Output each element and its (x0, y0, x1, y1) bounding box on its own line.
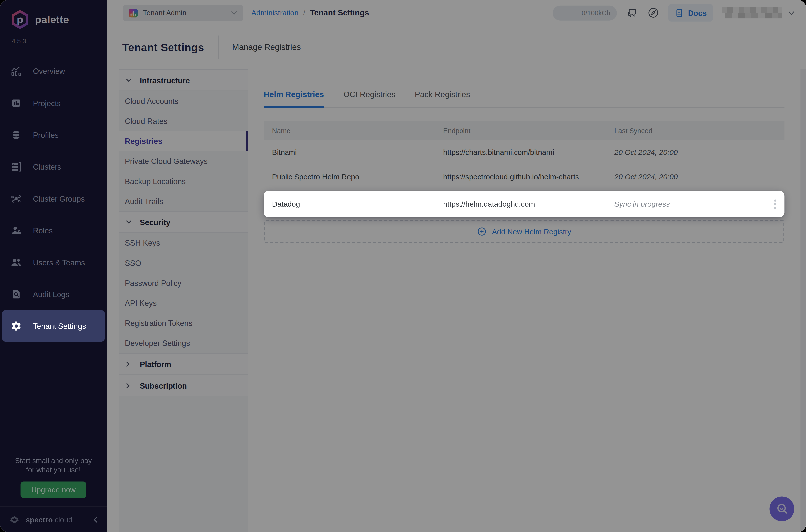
audit-logs-icon (10, 288, 21, 300)
registry-sync-status: Sync in progress (614, 200, 766, 208)
settings-item-backup-locations[interactable]: Backup Locations (119, 171, 248, 191)
sidebar-item-audit-logs[interactable]: Audit Logs (2, 278, 105, 310)
svg-text:p: p (17, 14, 23, 25)
compass-icon[interactable] (648, 7, 660, 19)
sidebar-item-label: Audit Logs (33, 290, 69, 298)
search-beacon-button[interactable] (769, 496, 794, 521)
scrollbar-track[interactable] (800, 70, 806, 532)
registry-last-synced: 20 Oct 2024, 20:00 (614, 148, 766, 156)
sidebar-item-label: Roles (33, 226, 53, 235)
section-security[interactable]: Security (119, 211, 248, 233)
settings-item-cloud-accounts[interactable]: Cloud Accounts (119, 91, 248, 111)
breadcrumb-administration-link[interactable]: Administration (251, 9, 299, 17)
overview-icon (10, 65, 21, 76)
settings-item-password-policy[interactable]: Password Policy (119, 273, 248, 293)
sidebar-item-users-teams[interactable]: Users & Teams (2, 246, 105, 278)
column-header-last-synced: Last Synced (614, 127, 766, 134)
table-row-bitnami[interactable]: Bitnami https://charts.bitnami.com/bitna… (264, 140, 784, 165)
projects-icon (10, 97, 21, 108)
registry-name: Public Spectro Helm Repo (272, 172, 443, 180)
upgrade-text-line1: Start small and only pay (0, 456, 107, 465)
registry-endpoint: https://charts.bitnami.com/bitnami (443, 148, 614, 156)
clusters-icon (10, 161, 21, 172)
topbar-actions: 0/100kCh Docs (553, 4, 795, 22)
tenant-scope-icon (129, 8, 138, 17)
helm-registries-table: Name Endpoint Last Synced Bitnami https:… (264, 121, 784, 243)
settings-item-audit-trails[interactable]: Audit Trails (119, 191, 248, 211)
page-header: Tenant Settings Manage Registries (107, 26, 806, 70)
sidebar-item-profiles[interactable]: Profiles (2, 119, 105, 151)
tab-pack-registries[interactable]: Pack Registries (415, 90, 470, 107)
docs-label: Docs (688, 8, 707, 17)
chat-icon[interactable] (626, 6, 639, 19)
spectro-cloud-logo-icon (8, 513, 21, 526)
sidebar-item-label: Overview (33, 67, 65, 75)
content: Infrastructure Cloud Accounts Cloud Rate… (107, 70, 806, 532)
sidebar-item-label: Users & Teams (33, 258, 85, 266)
topbar: Tenant Admin Administration / Tenant Set… (107, 0, 806, 26)
palette-logo-icon: p (10, 10, 30, 29)
sidebar-nav: Overview Projects Profiles Clusters (0, 55, 107, 342)
column-header-name: Name (272, 127, 443, 134)
table-row-public-spectro-helm-repo[interactable]: Public Spectro Helm Repo https://spectro… (264, 165, 784, 189)
kebab-menu-icon[interactable] (766, 197, 784, 211)
tenant-settings-gear-icon (10, 320, 21, 331)
title-divider (218, 36, 219, 59)
chevron-down-icon (231, 11, 238, 15)
chevron-down-icon (126, 78, 132, 82)
registry-tabs: Helm Registries OCI Registries Pack Regi… (264, 90, 784, 108)
settings-item-registries[interactable]: Registries (119, 131, 248, 151)
chevron-right-icon (126, 383, 132, 388)
add-new-helm-registry-button[interactable]: Add New Helm Registry (264, 220, 784, 243)
settings-item-developer-settings[interactable]: Developer Settings (119, 333, 248, 353)
version-label: 4.5.3 (12, 38, 107, 45)
section-infrastructure[interactable]: Infrastructure (119, 70, 248, 91)
breadcrumb-current: Tenant Settings (310, 8, 369, 17)
sidebar-item-label: Clusters (33, 162, 61, 171)
tab-oci-registries[interactable]: OCI Registries (343, 90, 395, 107)
sidebar-item-tenant-settings[interactable]: Tenant Settings (2, 310, 105, 342)
settings-item-sso[interactable]: SSO (119, 253, 248, 273)
upgrade-text-line2: for what you use! (0, 465, 107, 474)
settings-item-ssh-keys[interactable]: SSH Keys (119, 233, 248, 253)
sidebar-item-clusters[interactable]: Clusters (2, 151, 105, 183)
table-header-row: Name Endpoint Last Synced (264, 121, 784, 140)
column-header-endpoint: Endpoint (443, 127, 614, 134)
docs-button[interactable]: Docs (668, 4, 713, 22)
roles-icon (10, 225, 21, 236)
project-scope-label: Tenant Admin (143, 9, 186, 17)
usage-quota-badge: 0/100kCh (553, 5, 617, 20)
user-menu-chevron-icon[interactable] (788, 11, 795, 15)
project-scope-selector[interactable]: Tenant Admin (124, 5, 243, 21)
chevron-down-icon (126, 220, 132, 224)
section-platform[interactable]: Platform (119, 353, 248, 375)
user-name-redacted[interactable] (721, 7, 782, 18)
sidebar-footer: spectrocloud (0, 506, 107, 532)
page-title: Tenant Settings (122, 41, 204, 54)
registry-last-synced: 20 Oct 2024, 20:00 (614, 172, 766, 180)
sidebar-item-cluster-groups[interactable]: Cluster Groups (2, 183, 105, 214)
page-subtitle: Manage Registries (232, 42, 301, 52)
settings-item-private-cloud-gateways[interactable]: Private Cloud Gateways (119, 151, 248, 171)
registry-endpoint: https://helm.datadoghq.com (443, 200, 614, 208)
sidebar-item-label: Cluster Groups (33, 194, 85, 203)
tab-helm-registries[interactable]: Helm Registries (264, 90, 324, 107)
users-teams-icon (10, 256, 21, 268)
chevron-right-icon (126, 361, 132, 367)
spectro-cloud-wordmark: spectrocloud (26, 515, 72, 524)
sidebar-item-label: Profiles (33, 130, 58, 139)
sidebar-item-projects[interactable]: Projects (2, 87, 105, 119)
sidebar-item-roles[interactable]: Roles (2, 214, 105, 246)
upgrade-now-button[interactable]: Upgrade now (20, 482, 87, 498)
plus-circle-icon (477, 227, 487, 236)
brand: p palette (10, 9, 107, 30)
sidebar-item-overview[interactable]: Overview (2, 55, 105, 87)
settings-item-cloud-rates[interactable]: Cloud Rates (119, 111, 248, 131)
collapse-sidebar-chevron-icon[interactable] (93, 516, 99, 523)
settings-item-api-keys[interactable]: API Keys (119, 293, 248, 313)
settings-item-registration-tokens[interactable]: Registration Tokens (119, 313, 248, 333)
breadcrumb-separator: / (303, 9, 305, 17)
section-subscription[interactable]: Subscription (119, 375, 248, 396)
table-row-datadog-spotlight[interactable]: Datadog https://helm.datadoghq.com Sync … (264, 191, 784, 217)
breadcrumb: Administration / Tenant Settings (251, 8, 369, 17)
